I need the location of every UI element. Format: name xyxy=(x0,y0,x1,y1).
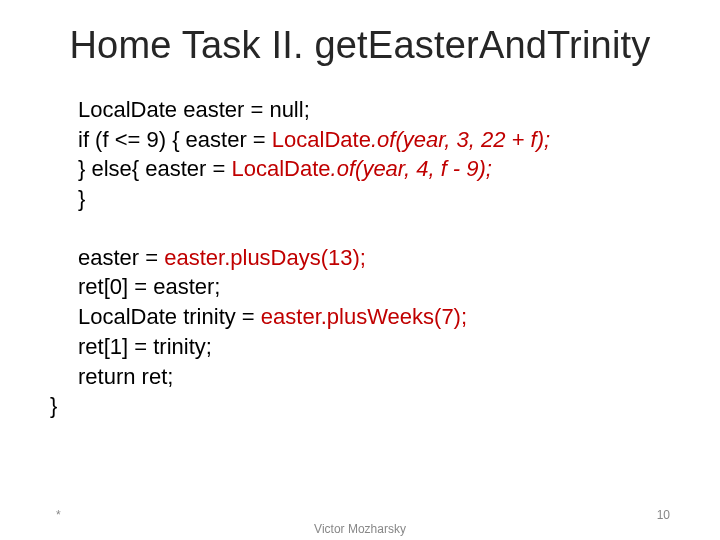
code-red: LocalDate xyxy=(272,127,371,152)
code-line: return ret; xyxy=(78,362,670,392)
code-text: } else{ easter = xyxy=(78,156,232,181)
code-red-italic: of(year, 4, f - 9); xyxy=(337,156,492,181)
code-red: easter.plusDays(13); xyxy=(164,245,366,270)
footer-author: Victor Mozharsky xyxy=(0,522,720,536)
code-line: if (f <= 9) { easter = LocalDate.of(year… xyxy=(78,125,670,155)
code-line: ret[0] = easter; xyxy=(78,272,670,302)
code-line: ret[1] = trinity; xyxy=(78,332,670,362)
code-red-italic: of(year, 3, 22 + f); xyxy=(377,127,550,152)
code-block: LocalDate easter = null; if (f <= 9) { e… xyxy=(78,95,670,421)
footer-page: 10 xyxy=(657,508,670,522)
code-text: LocalDate trinity = xyxy=(78,304,261,329)
slide-title: Home Task II. getEasterAndTrinity xyxy=(50,24,670,67)
slide: Home Task II. getEasterAndTrinity LocalD… xyxy=(0,0,720,540)
code-line: } else{ easter = LocalDate.of(year, 4, f… xyxy=(78,154,670,184)
code-text: if (f <= 9) { easter = xyxy=(78,127,272,152)
footer-bullet: * xyxy=(56,508,61,522)
blank-line xyxy=(78,214,670,243)
code-line: } xyxy=(78,184,670,214)
code-text: easter = xyxy=(78,245,164,270)
code-red: easter.plusWeeks(7); xyxy=(261,304,467,329)
code-line: easter = easter.plusDays(13); xyxy=(78,243,670,273)
code-line: LocalDate easter = null; xyxy=(78,95,670,125)
code-line: LocalDate trinity = easter.plusWeeks(7); xyxy=(78,302,670,332)
code-red: LocalDate xyxy=(232,156,331,181)
code-line: } xyxy=(50,391,670,421)
